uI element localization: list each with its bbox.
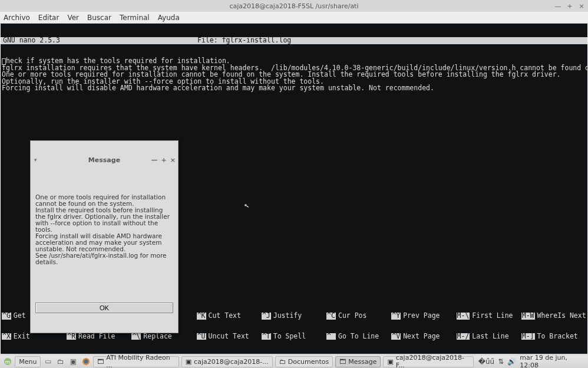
- nano-shortcut: ^KCut Text: [197, 313, 262, 320]
- nano-shortcut-key: ^T: [262, 333, 271, 340]
- nano-shortcut-label: Last Line: [472, 333, 508, 340]
- window-title: caja2018@caja2018-F5SL /usr/share/ati: [229, 2, 358, 10]
- nano-content: heck if system has the tools required fo…: [1, 58, 587, 92]
- nano-shortcut-label: To Spell: [273, 333, 306, 340]
- dialog-title: Message: [88, 157, 120, 163]
- window-minimize-button[interactable]: —: [554, 2, 562, 10]
- terminal-icon[interactable]: ▣: [68, 356, 78, 367]
- window-icon: 🗔: [97, 358, 104, 366]
- terminal-small-icon: ▣: [186, 358, 191, 366]
- nano-shortcut-label: First Line: [472, 313, 513, 320]
- nano-shortcut-key: ^\: [131, 333, 141, 340]
- menu-terminal[interactable]: Terminal: [120, 14, 150, 22]
- nano-shortcut-label: Justify: [273, 313, 302, 320]
- nano-shortcut-label: Uncut Text: [209, 333, 249, 340]
- clock[interactable]: mar 19 de jun, 12:08: [520, 354, 583, 368]
- taskbar-item-label: caja2018@caja2018-F...: [396, 354, 470, 368]
- nano-shortcut-key: M-]: [521, 333, 535, 340]
- nano-shortcut: M-WWhereIs Next: [521, 313, 586, 320]
- nano-shortcut-key: ^V: [391, 333, 401, 340]
- nano-shortcut: ^RRead File: [67, 333, 131, 340]
- nano-shortcut-key: ^X: [2, 333, 11, 340]
- mint-menu-icon[interactable]: m: [2, 356, 12, 367]
- menu-editar[interactable]: Editar: [38, 14, 60, 22]
- nano-shortcut-label: To Bracket: [537, 333, 578, 340]
- volume-icon[interactable]: 🔊: [507, 357, 516, 366]
- dialog-message: One or more tools required for installat…: [35, 194, 173, 265]
- nano-shortcut-key: ^Y: [391, 313, 401, 320]
- nano-shortcut-key: M-/: [457, 333, 470, 340]
- nano-shortcut-key: ^K: [197, 313, 206, 320]
- nano-shortcut: ^CCur Pos: [326, 313, 391, 320]
- nano-shortcut-key: ^U: [197, 333, 206, 340]
- nano-shortcut-key: ^R: [67, 333, 76, 340]
- dialog-close-button[interactable]: ×: [170, 157, 176, 163]
- nano-shortcut: M-\First Line: [457, 313, 521, 320]
- taskbar-item-label: ATI Mobility Radeon ...: [106, 354, 174, 368]
- svg-point-3: [84, 360, 88, 364]
- menu-ver[interactable]: Ver: [67, 14, 79, 22]
- taskbar-item-label: caja2018@caja2018-...: [194, 358, 269, 366]
- nano-shortcut: ^_Go To Line: [326, 333, 391, 340]
- nano-shortcut: ^JJustify: [262, 313, 326, 320]
- firefox-icon[interactable]: [81, 356, 91, 367]
- nano-shortcut-key: ^G: [2, 313, 11, 320]
- nano-shortcut-label: Next Page: [403, 333, 440, 340]
- nano-text: heck if system has the tools required fo…: [2, 57, 588, 92]
- nano-shortcut-label: Cut Text: [209, 313, 241, 320]
- nano-shortcut-label: Exit: [14, 333, 30, 340]
- taskbar-item-terminal1[interactable]: ▣ caja2018@caja2018-...: [181, 356, 273, 367]
- nano-shortcut-key: ^C: [326, 313, 336, 320]
- network-icon[interactable]: ⇅: [498, 357, 504, 366]
- taskbar-item-terminal2[interactable]: ▣ caja2018@caja2018-F...: [383, 356, 473, 367]
- nano-shortcut-label: Read File: [78, 333, 115, 340]
- nano-shortcut: ^TTo Spell: [262, 333, 326, 340]
- show-desktop-icon[interactable]: ▭: [43, 356, 53, 367]
- nano-shortcut-key: ^_: [326, 333, 336, 340]
- nano-shortcut-key: M-W: [521, 313, 535, 320]
- nano-shortcut-label: Prev Page: [403, 313, 440, 320]
- nano-file-label: File: fglrx-install.log: [197, 37, 291, 44]
- taskbar-item-label: Message: [348, 358, 376, 366]
- dialog-maximize-button[interactable]: +: [161, 157, 167, 163]
- window-maximize-button[interactable]: +: [566, 2, 574, 10]
- nano-shortcut-key: ^J: [262, 313, 271, 320]
- menu-ayuda[interactable]: Ayuda: [158, 14, 180, 22]
- menu-archivo[interactable]: Archivo: [4, 14, 30, 22]
- mouse-cursor-icon: ↖: [243, 200, 250, 209]
- nano-shortcut-label: Cur Pos: [338, 313, 366, 320]
- menubar: Archivo Editar Ver Buscar Terminal Ayuda: [0, 12, 588, 24]
- window-titlebar: caja2018@caja2018-F5SL /usr/share/ati — …: [0, 0, 588, 12]
- dialog-titlebar[interactable]: ▾ Message — + ×: [31, 155, 178, 165]
- update-icon[interactable]: �űű: [478, 357, 495, 366]
- menu-buscar[interactable]: Buscar: [87, 14, 111, 22]
- nano-shortcut: ^\Replace: [131, 333, 196, 340]
- dialog-body: One or more tools required for installat…: [31, 179, 178, 284]
- taskbar-item-documentos[interactable]: 🗀 Documentos: [275, 356, 333, 367]
- files-icon[interactable]: 🗀: [56, 356, 66, 367]
- nano-header: GNU nano 2.5.3 File: fglrx-install.log: [1, 37, 587, 44]
- dialog-minimize-button[interactable]: —: [151, 157, 158, 163]
- menu-button-label: Menu: [19, 358, 37, 366]
- taskbar: m Menu ▭ 🗀 ▣ 🗔 ATI Mobility Radeon ... ▣…: [0, 354, 588, 368]
- taskbar-item-label: Documentos: [288, 358, 329, 366]
- nano-shortcut-label: Replace: [143, 333, 171, 340]
- nano-shortcut: M-/Last Line: [457, 333, 521, 340]
- nano-shortcut-label: WhereIs Next: [537, 313, 586, 320]
- taskbar-item-ati[interactable]: 🗔 ATI Mobility Radeon ...: [93, 356, 179, 367]
- message-dialog: ▾ Message — + × One or more tools requir…: [30, 140, 179, 333]
- nano-shortcut: ^XExit: [2, 333, 67, 340]
- window-close-button[interactable]: ×: [577, 2, 586, 10]
- nano-shortcut: M-]To Bracket: [521, 333, 586, 340]
- window-icon: 🗔: [339, 358, 346, 366]
- nano-shortcut: ^UUncut Text: [197, 333, 262, 340]
- nano-shortcut: ^YPrev Page: [391, 313, 456, 320]
- menu-button[interactable]: Menu: [15, 356, 41, 367]
- svg-text:m: m: [5, 359, 10, 365]
- dialog-menu-icon[interactable]: ▾: [34, 157, 37, 163]
- nano-shortcut-key: M-\: [457, 313, 470, 320]
- terminal[interactable]: GNU nano 2.5.3 File: fglrx-install.log h…: [0, 24, 588, 354]
- ok-button[interactable]: OK: [35, 303, 173, 313]
- nano-shortcut: ^VNext Page: [391, 333, 456, 340]
- taskbar-item-message[interactable]: 🗔 Message: [335, 356, 381, 367]
